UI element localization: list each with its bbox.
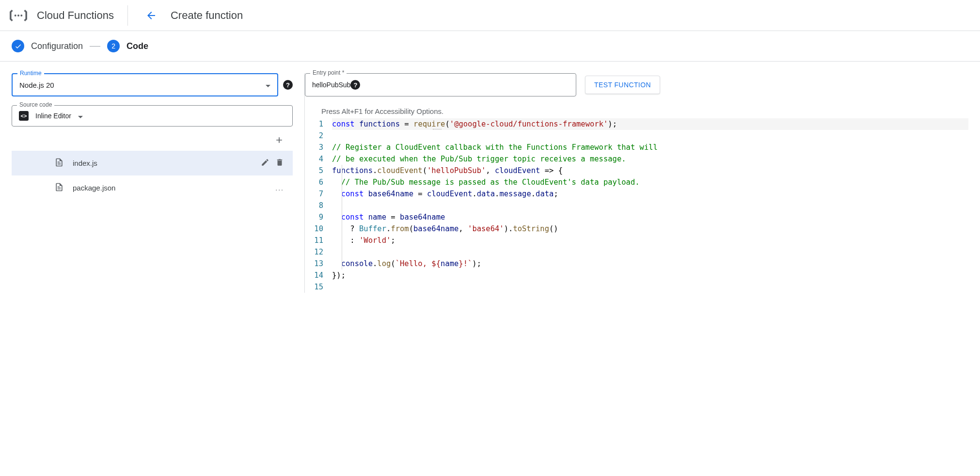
- entry-point-value: helloPubSub: [312, 81, 350, 89]
- source-code-label: Source code: [17, 101, 54, 108]
- accessibility-hint: Press Alt+F1 for Accessibility Options.: [305, 105, 968, 118]
- step-label: Code: [126, 41, 148, 51]
- source-code-select[interactable]: Source code <> Inline Editor: [12, 105, 293, 127]
- runtime-select[interactable]: Runtime Node.js 20: [12, 73, 278, 96]
- test-function-button[interactable]: TEST FUNCTION: [585, 76, 660, 94]
- more-actions-icon[interactable]: ...: [275, 184, 284, 192]
- code-editor[interactable]: 123456789101112131415 const functions = …: [305, 118, 968, 293]
- runtime-label: Runtime: [17, 70, 44, 77]
- step-code[interactable]: 2 Code: [107, 40, 148, 52]
- svg-point-1: [17, 15, 19, 16]
- main-content: Runtime Node.js 20 ? Source code <> Inli…: [0, 62, 980, 304]
- header-divider: [127, 5, 128, 26]
- svg-point-2: [20, 15, 22, 16]
- file-icon: [54, 182, 64, 193]
- cloud-functions-logo-icon: [10, 7, 27, 24]
- arrow-back-icon: [145, 10, 157, 21]
- step-configuration[interactable]: Configuration: [12, 40, 83, 52]
- edit-file-icon[interactable]: [261, 158, 269, 168]
- entry-point-help-icon[interactable]: ?: [350, 80, 360, 90]
- chevron-down-icon: [266, 81, 270, 89]
- file-icon: [54, 158, 64, 169]
- entry-point-input[interactable]: Entry point * helloPubSub ?: [305, 73, 576, 96]
- file-item-package-json[interactable]: package.json ...: [12, 175, 293, 200]
- file-name: package.json: [73, 184, 267, 192]
- runtime-help-icon[interactable]: ?: [283, 80, 293, 90]
- check-icon: [12, 40, 24, 52]
- delete-file-icon[interactable]: [275, 158, 284, 168]
- app-header: Cloud Functions Create function: [0, 0, 980, 31]
- source-code-value: Inline Editor: [35, 112, 71, 120]
- chevron-down-icon: [78, 112, 83, 120]
- file-item-index-js[interactable]: index.js: [12, 151, 293, 175]
- page-title: Create function: [171, 9, 243, 22]
- product-name: Cloud Functions: [37, 9, 114, 22]
- file-name: index.js: [73, 159, 252, 167]
- runtime-value: Node.js 20: [19, 81, 266, 89]
- line-gutter: 123456789101112131415: [305, 118, 332, 293]
- step-connector: [90, 46, 100, 47]
- svg-point-0: [15, 15, 16, 16]
- add-file-button[interactable]: [274, 135, 284, 148]
- code-content[interactable]: const functions = require('@google-cloud…: [332, 118, 968, 293]
- left-panel: Runtime Node.js 20 ? Source code <> Inli…: [12, 73, 293, 293]
- back-button[interactable]: [142, 6, 161, 25]
- entry-point-label: Entry point *: [310, 69, 347, 76]
- step-label: Configuration: [31, 41, 83, 51]
- stepper: Configuration 2 Code: [0, 31, 980, 62]
- right-panel: Entry point * helloPubSub ? TEST FUNCTIO…: [304, 73, 968, 293]
- step-number: 2: [107, 40, 120, 52]
- inline-editor-icon: <>: [19, 111, 29, 121]
